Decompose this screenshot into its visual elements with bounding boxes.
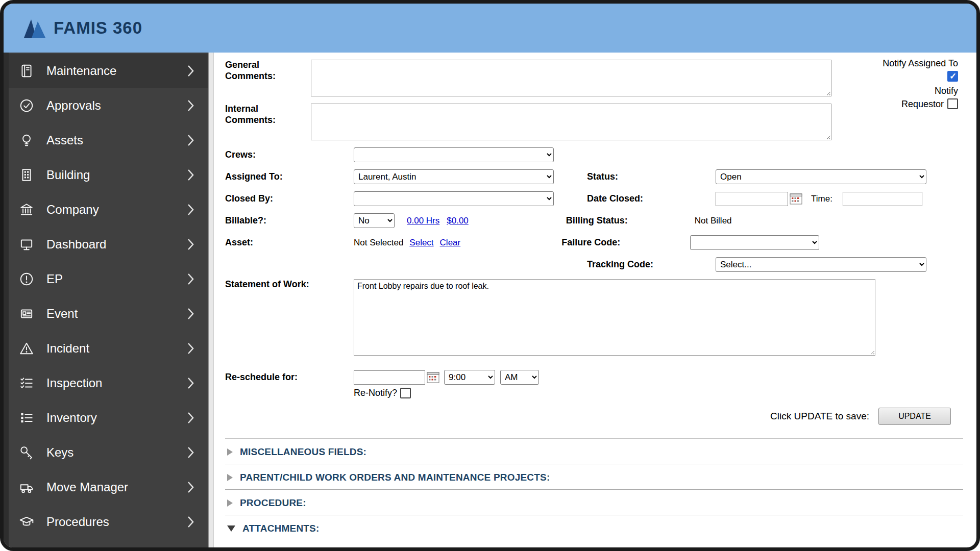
chevron-right-icon [187, 272, 194, 286]
triangle-right-icon [227, 499, 233, 507]
date-closed-label: Date Closed: [587, 193, 716, 205]
sidebar-item-inventory[interactable]: Inventory [4, 400, 208, 435]
sidebar-item-label: Procedures [46, 515, 187, 529]
chevron-right-icon [187, 481, 194, 494]
book-icon [19, 63, 34, 79]
notify-requestor-option: Notify Requestor [898, 84, 958, 111]
billable-amount-link[interactable]: $0.00 [447, 216, 469, 226]
time-label: Time: [811, 194, 832, 204]
sidebar-item-label: Inspection [46, 376, 187, 390]
sidebar-item-company[interactable]: Company [4, 192, 208, 227]
sidebar-item-label: Approvals [46, 98, 187, 113]
chevron-right-icon [187, 446, 194, 459]
brand-title: FAMIS 360 [54, 18, 142, 38]
billable-label: Billable?: [225, 215, 354, 227]
sidebar-item-building[interactable]: Building [4, 158, 208, 192]
internal-comments-label: Internal Comments: [225, 104, 311, 126]
reschedule-ampm-select[interactable]: AM [500, 370, 539, 385]
section-miscellaneous-fields[interactable]: MISCELLANEOUS FIELDS: [225, 438, 963, 464]
asset-clear-link[interactable]: Clear [440, 238, 461, 248]
notify-requestor-checkbox[interactable] [947, 98, 958, 109]
chevron-right-icon [187, 411, 194, 424]
truck-icon [19, 480, 34, 495]
notify-options: Notify Assigned To Notify Requestor [880, 57, 958, 111]
sidebar-item-label: Inventory [46, 411, 187, 425]
key-icon [19, 445, 34, 460]
calendar-icon[interactable] [427, 371, 440, 384]
assigned-to-select[interactable]: Laurent, Austin [354, 169, 554, 184]
chevron-right-icon [187, 377, 194, 390]
list-icon [19, 410, 34, 425]
sidebar-item-keys[interactable]: Keys [4, 435, 208, 470]
chevron-right-icon [187, 99, 194, 112]
section-parent-child-work-orders[interactable]: PARENT/CHILD WORK ORDERS AND MAINTENANCE… [225, 464, 963, 490]
renotify-checkbox[interactable] [400, 388, 411, 398]
section-attachments[interactable]: ATTACHMENTS: [225, 515, 963, 540]
reschedule-date-input[interactable] [354, 370, 425, 385]
section-label: MISCELLANEOUS FIELDS: [240, 446, 366, 458]
billable-hours-link[interactable]: 0.00 Hrs [407, 216, 439, 226]
app-window: FAMIS 360 Maintenance Approvals Assets [0, 0, 980, 551]
tracking-code-select[interactable]: Select... [716, 257, 926, 272]
checklist-icon [19, 375, 34, 391]
triangle-right-icon [227, 474, 233, 481]
sidebar-item-label: EP [46, 272, 187, 286]
sidebar-item-procedures[interactable]: Procedures [4, 505, 208, 539]
asset-value: Not Selected [354, 238, 403, 248]
billing-status-value: Not Billed [695, 216, 732, 226]
sidebar-scrollbar[interactable] [208, 53, 214, 547]
section-label: ATTACHMENTS: [242, 523, 320, 534]
notify-assigned-to-checkbox[interactable] [947, 71, 958, 82]
warning-triangle-icon [19, 341, 34, 356]
card-icon [19, 306, 34, 321]
exclamation-circle-icon [19, 271, 34, 287]
internal-comments-textarea[interactable] [311, 104, 831, 140]
closed-by-select[interactable] [354, 191, 554, 206]
sidebar-item-label: Building [46, 168, 187, 182]
notify-assigned-to-option: Notify Assigned To [880, 57, 958, 83]
chevron-right-icon [187, 515, 194, 529]
date-closed-input[interactable] [716, 192, 788, 206]
general-comments-label: General Comments: [225, 60, 311, 82]
asset-select-link[interactable]: Select [409, 238, 433, 248]
sidebar-item-inspection[interactable]: Inspection [4, 366, 208, 400]
sidebar-item-incident[interactable]: Incident [4, 331, 208, 366]
sidebar-item-dashboard[interactable]: Dashboard [4, 227, 208, 262]
chevron-right-icon [187, 203, 194, 216]
general-comments-textarea[interactable] [311, 60, 831, 96]
statement-of-work-label: Statement of Work: [225, 279, 354, 290]
chevron-right-icon [187, 238, 194, 251]
billable-select[interactable]: No [354, 213, 395, 228]
brand: FAMIS 360 [23, 17, 142, 39]
sidebar-item-maintenance[interactable]: Maintenance [4, 54, 208, 88]
notify-assigned-to-label: Notify Assigned To [883, 58, 958, 68]
sidebar-item-event[interactable]: Event [4, 296, 208, 331]
app-header: FAMIS 360 [4, 4, 976, 53]
section-procedure[interactable]: PROCEDURE: [225, 490, 963, 515]
sidebar-item-label: Assets [46, 133, 187, 147]
failure-code-select[interactable] [690, 235, 819, 250]
sidebar-item-approvals[interactable]: Approvals [4, 88, 208, 123]
triangle-right-icon [227, 448, 233, 456]
sidebar-item-move-manager[interactable]: Move Manager [4, 470, 208, 505]
lightbulb-icon [19, 133, 34, 148]
update-button[interactable]: UPDATE [878, 408, 951, 425]
chevron-right-icon [187, 134, 194, 147]
status-select[interactable]: Open [716, 169, 926, 184]
sidebar-item-ep[interactable]: EP [4, 262, 208, 296]
crews-select[interactable] [354, 147, 554, 162]
sidebar-item-assets[interactable]: Assets [4, 123, 208, 158]
collapsible-sections: MISCELLANEOUS FIELDS: PARENT/CHILD WORK … [225, 438, 963, 540]
work-order-form: Notify Assigned To Notify Requestor Gene… [214, 53, 976, 547]
check-circle-icon [19, 98, 34, 113]
reschedule-hour-select[interactable]: 9:00 [444, 370, 495, 385]
update-hint: Click UPDATE to save: [770, 411, 869, 422]
time-input[interactable] [843, 192, 922, 206]
sidebar-item-label: Company [46, 203, 187, 217]
calendar-icon[interactable] [790, 193, 803, 205]
triangle-down-icon [227, 525, 235, 532]
statement-of-work-textarea[interactable]: Front Lobby repairs due to roof leak. [354, 279, 875, 356]
sidebar: Maintenance Approvals Assets Building [4, 53, 208, 547]
sidebar-item-label: Dashboard [46, 237, 187, 252]
bank-icon [19, 202, 34, 217]
